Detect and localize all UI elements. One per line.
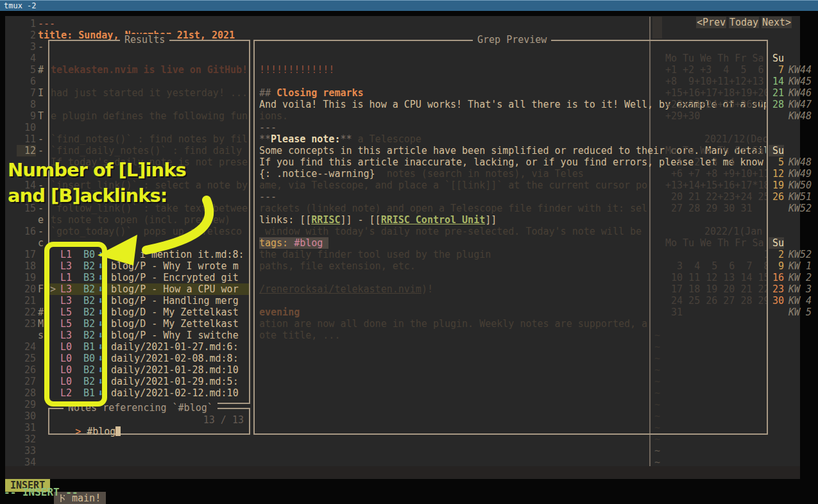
- mode-message: -- INSERT --: [4, 486, 78, 498]
- buffer-text-fragment: s: [38, 330, 44, 341]
- buffer-line: ---: [38, 18, 55, 29]
- buffer-text-fragment: -: [38, 226, 44, 237]
- calendar-prev-button[interactable]: <Prev: [696, 17, 726, 28]
- line-number: 32: [17, 433, 36, 445]
- calendar-sunday[interactable]: 28: [769, 99, 784, 110]
- line-number: 18: [17, 260, 36, 272]
- line-number: 20: [17, 283, 36, 295]
- text-cursor: [115, 426, 121, 436]
- empty-line-tilde: ~: [654, 433, 660, 445]
- tmux-title: tmux -2: [4, 1, 37, 10]
- line-number: 1: [17, 18, 36, 29]
- result-counter: 13 / 13: [203, 414, 244, 426]
- buffer-text-fragment: #: [38, 64, 44, 76]
- calendar-week-number: KW48: [788, 156, 812, 168]
- line-number: 26: [17, 364, 36, 376]
- line-number: 22: [17, 307, 36, 318]
- calendar-sunday[interactable]: 7: [769, 64, 784, 76]
- line-number: 27: [17, 376, 36, 387]
- calendar-week-number: KW52: [788, 249, 812, 260]
- line-number: 16: [17, 226, 36, 237]
- tmux-title-bar: tmux -2: [0, 0, 818, 11]
- line-number: 5: [17, 64, 36, 76]
- line-number: 12: [17, 145, 36, 156]
- calendar-next-button[interactable]: Next>: [762, 17, 792, 28]
- line-number: 8: [17, 99, 36, 110]
- calendar-week-number: KW 3: [788, 283, 812, 295]
- statusline: INSERT main! <ettelkasten/daily/2021-11-…: [5, 466, 800, 479]
- buffer-text-fragment: -: [38, 145, 44, 156]
- calendar-sunday[interactable]: 12: [769, 168, 784, 180]
- line-number: 6: [17, 76, 36, 87]
- line-number: 19: [17, 272, 36, 283]
- calendar-week-number: KW44: [788, 64, 812, 76]
- empty-line-tilde: ~: [654, 445, 660, 457]
- line-number: 31: [17, 422, 36, 433]
- buffer-text-fragment: -: [38, 133, 44, 145]
- buffer-text-fragment: #: [38, 307, 44, 318]
- calendar-week-number: KW48: [788, 110, 812, 122]
- calendar-week-number: KW45: [788, 76, 812, 87]
- calendar-week-number: KW 1: [788, 260, 812, 272]
- calendar-week-number: KW 4: [788, 295, 812, 307]
- search-query: #blog: [87, 426, 115, 437]
- line-number: 3: [17, 41, 36, 53]
- calendar-sunday[interactable]: 14: [769, 76, 784, 87]
- line-number: 28: [17, 387, 36, 399]
- buffer-text-fragment: I: [38, 87, 44, 99]
- calendar-sunday-header: Su: [769, 237, 784, 249]
- buffer-text-fragment: -: [38, 41, 44, 53]
- results-window-title: Results: [120, 34, 169, 46]
- grep-preview-window: Grep Preview: [253, 40, 768, 435]
- calendar-sunday[interactable]: 30: [769, 295, 784, 307]
- buffer-text-fragment: M: [38, 318, 44, 330]
- line-number: 24: [17, 341, 36, 353]
- calendar-sunday[interactable]: 23: [769, 283, 784, 295]
- line-number: 23: [17, 318, 36, 330]
- buffer-text-fragment: e: [38, 214, 44, 226]
- buffer-text-fragment: F: [38, 283, 44, 295]
- calendar-sunday[interactable]: 5: [769, 156, 784, 168]
- search-input[interactable]: > #blog: [52, 414, 121, 449]
- calendar-sunday[interactable]: 2: [769, 249, 784, 260]
- calendar-today-button[interactable]: Today: [729, 17, 759, 28]
- buffer-text-fragment: T: [38, 110, 44, 122]
- calendar-week-number: KW51: [788, 191, 812, 203]
- line-number: 9: [17, 110, 36, 122]
- calendar-sunday-header: Su: [769, 53, 784, 64]
- line-number: 30: [17, 410, 36, 422]
- line-number: 21: [17, 295, 36, 307]
- line-number: 25: [17, 353, 36, 364]
- line-number: 11: [17, 133, 36, 145]
- calendar-week-number: KW46: [788, 87, 812, 99]
- line-number: 7: [17, 87, 36, 99]
- calendar-sunday[interactable]: 9: [769, 260, 784, 272]
- line-number: 2: [17, 29, 36, 41]
- calendar-sunday-header: Su: [769, 145, 784, 156]
- line-number: 33: [17, 445, 36, 457]
- annotation-line1: Number of [L]inks: [8, 159, 186, 181]
- line-number: 4: [17, 53, 36, 64]
- calendar-week-number: KW49: [788, 168, 812, 180]
- calendar-sunday[interactable]: 21: [769, 87, 784, 99]
- buffer-text-fragment: c: [38, 237, 44, 249]
- calendar-cursor: [652, 17, 662, 38]
- calendar-week-number: KW50: [788, 180, 812, 191]
- calendar-week-number: KW47: [788, 99, 812, 110]
- calendar-sunday[interactable]: 26: [769, 191, 784, 203]
- annotation-arrow-icon: [90, 192, 231, 276]
- prompt-caret: >: [75, 426, 81, 437]
- calendar-week-number: KW 5: [788, 307, 812, 318]
- calendar-sunday[interactable]: 16: [769, 272, 784, 283]
- calendar-week-number: KW 2: [788, 272, 812, 283]
- line-number: 29: [17, 399, 36, 410]
- grep-preview-title: Grep Preview: [473, 34, 551, 46]
- calendar-week-number: KW52: [788, 203, 812, 214]
- line-number: 17: [17, 249, 36, 260]
- calendar-sunday[interactable]: 19: [769, 180, 784, 191]
- prompt-window: Notes referencing `#blog` > #blog 13 / 1…: [48, 408, 250, 435]
- line-number: 10: [17, 122, 36, 133]
